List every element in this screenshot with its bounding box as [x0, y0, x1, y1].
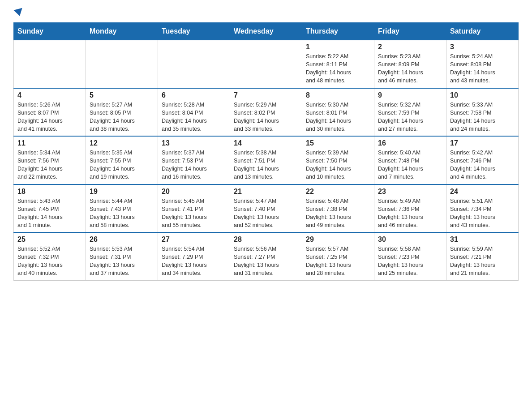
logo-text [13, 9, 23, 16]
day-info: Sunrise: 5:43 AM Sunset: 7:45 PM Dayligh… [17, 197, 82, 230]
calendar-day-cell: 30Sunrise: 5:58 AM Sunset: 7:23 PM Dayli… [374, 232, 446, 280]
day-info: Sunrise: 5:56 AM Sunset: 7:27 PM Dayligh… [234, 245, 298, 278]
day-number: 9 [378, 91, 442, 99]
day-info: Sunrise: 5:57 AM Sunset: 7:25 PM Dayligh… [306, 245, 370, 278]
calendar-day-cell: 17Sunrise: 5:42 AM Sunset: 7:46 PM Dayli… [446, 136, 519, 184]
calendar-day-cell: 3Sunrise: 5:24 AM Sunset: 8:08 PM Daylig… [446, 40, 519, 88]
calendar-day-cell: 4Sunrise: 5:26 AM Sunset: 8:07 PM Daylig… [14, 88, 86, 137]
calendar-day-cell: 14Sunrise: 5:38 AM Sunset: 7:51 PM Dayli… [230, 136, 302, 184]
calendar-day-cell: 24Sunrise: 5:51 AM Sunset: 7:34 PM Dayli… [446, 184, 519, 233]
day-info: Sunrise: 5:22 AM Sunset: 8:11 PM Dayligh… [306, 52, 370, 85]
day-number: 15 [306, 139, 370, 147]
calendar-day-cell: 7Sunrise: 5:29 AM Sunset: 8:02 PM Daylig… [230, 88, 302, 137]
day-info: Sunrise: 5:35 AM Sunset: 7:55 PM Dayligh… [90, 149, 154, 181]
calendar-day-cell: 20Sunrise: 5:45 AM Sunset: 7:41 PM Dayli… [158, 184, 230, 233]
day-info: Sunrise: 5:33 AM Sunset: 7:58 PM Dayligh… [450, 101, 515, 133]
day-info: Sunrise: 5:28 AM Sunset: 8:04 PM Dayligh… [162, 101, 226, 133]
calendar-day-cell: 19Sunrise: 5:44 AM Sunset: 7:43 PM Dayli… [86, 184, 158, 233]
calendar-table: SundayMondayTuesdayWednesdayThursdayFrid… [13, 22, 519, 281]
day-info: Sunrise: 5:49 AM Sunset: 7:36 PM Dayligh… [378, 197, 442, 230]
day-of-week-header: Friday [374, 23, 446, 40]
day-info: Sunrise: 5:58 AM Sunset: 7:23 PM Dayligh… [378, 245, 442, 278]
day-number: 1 [306, 43, 370, 51]
day-number: 27 [162, 235, 226, 244]
day-number: 2 [378, 43, 442, 51]
day-info: Sunrise: 5:32 AM Sunset: 7:59 PM Dayligh… [378, 101, 442, 133]
calendar-day-cell: 12Sunrise: 5:35 AM Sunset: 7:55 PM Dayli… [86, 136, 158, 184]
day-info: Sunrise: 5:48 AM Sunset: 7:38 PM Dayligh… [306, 197, 370, 230]
day-number: 3 [450, 43, 515, 51]
calendar-day-cell: 28Sunrise: 5:56 AM Sunset: 7:27 PM Dayli… [230, 232, 302, 280]
calendar-day-cell: 26Sunrise: 5:53 AM Sunset: 7:31 PM Dayli… [86, 232, 158, 280]
calendar-day-cell [158, 40, 230, 88]
day-number: 10 [450, 91, 515, 99]
calendar-day-cell: 9Sunrise: 5:32 AM Sunset: 7:59 PM Daylig… [374, 88, 446, 137]
day-info: Sunrise: 5:39 AM Sunset: 7:50 PM Dayligh… [306, 149, 370, 181]
calendar-week-row: 18Sunrise: 5:43 AM Sunset: 7:45 PM Dayli… [14, 184, 519, 233]
calendar-day-cell: 22Sunrise: 5:48 AM Sunset: 7:38 PM Dayli… [302, 184, 374, 233]
day-of-week-header: Monday [86, 23, 158, 40]
day-number: 30 [378, 235, 442, 244]
day-number: 16 [378, 139, 442, 147]
day-info: Sunrise: 5:51 AM Sunset: 7:34 PM Dayligh… [450, 197, 515, 230]
day-number: 28 [234, 235, 298, 244]
day-info: Sunrise: 5:52 AM Sunset: 7:32 PM Dayligh… [17, 245, 82, 278]
day-info: Sunrise: 5:59 AM Sunset: 7:21 PM Dayligh… [450, 245, 515, 278]
calendar-day-cell [86, 40, 158, 88]
day-of-week-header: Tuesday [158, 23, 230, 40]
calendar-day-cell: 25Sunrise: 5:52 AM Sunset: 7:32 PM Dayli… [14, 232, 86, 280]
day-number: 6 [162, 91, 226, 99]
calendar-week-row: 1Sunrise: 5:22 AM Sunset: 8:11 PM Daylig… [14, 40, 519, 88]
day-info: Sunrise: 5:23 AM Sunset: 8:09 PM Dayligh… [378, 52, 442, 85]
day-info: Sunrise: 5:34 AM Sunset: 7:56 PM Dayligh… [17, 149, 82, 181]
calendar-day-cell: 21Sunrise: 5:47 AM Sunset: 7:40 PM Dayli… [230, 184, 302, 233]
day-info: Sunrise: 5:40 AM Sunset: 7:48 PM Dayligh… [378, 149, 442, 181]
day-number: 13 [162, 139, 226, 147]
day-info: Sunrise: 5:42 AM Sunset: 7:46 PM Dayligh… [450, 149, 515, 181]
day-info: Sunrise: 5:45 AM Sunset: 7:41 PM Dayligh… [162, 197, 226, 230]
day-info: Sunrise: 5:53 AM Sunset: 7:31 PM Dayligh… [90, 245, 154, 278]
logo [13, 9, 23, 14]
day-of-week-header: Sunday [14, 23, 86, 40]
day-number: 20 [162, 188, 226, 196]
calendar-day-cell: 6Sunrise: 5:28 AM Sunset: 8:04 PM Daylig… [158, 88, 230, 137]
day-info: Sunrise: 5:37 AM Sunset: 7:53 PM Dayligh… [162, 149, 226, 181]
day-number: 24 [450, 188, 515, 196]
day-of-week-header: Saturday [446, 23, 519, 40]
day-number: 22 [306, 188, 370, 196]
calendar-header-row: SundayMondayTuesdayWednesdayThursdayFrid… [14, 23, 519, 40]
day-info: Sunrise: 5:47 AM Sunset: 7:40 PM Dayligh… [234, 197, 298, 230]
calendar-day-cell [230, 40, 302, 88]
day-info: Sunrise: 5:24 AM Sunset: 8:08 PM Dayligh… [450, 52, 515, 85]
page-header [13, 9, 519, 14]
calendar-day-cell: 13Sunrise: 5:37 AM Sunset: 7:53 PM Dayli… [158, 136, 230, 184]
day-number: 12 [90, 139, 154, 147]
day-number: 31 [450, 235, 515, 244]
calendar-day-cell: 18Sunrise: 5:43 AM Sunset: 7:45 PM Dayli… [14, 184, 86, 233]
day-number: 21 [234, 188, 298, 196]
calendar-week-row: 11Sunrise: 5:34 AM Sunset: 7:56 PM Dayli… [14, 136, 519, 184]
day-info: Sunrise: 5:44 AM Sunset: 7:43 PM Dayligh… [90, 197, 154, 230]
day-number: 23 [378, 188, 442, 196]
calendar-day-cell: 15Sunrise: 5:39 AM Sunset: 7:50 PM Dayli… [302, 136, 374, 184]
calendar-day-cell [14, 40, 86, 88]
calendar-day-cell: 29Sunrise: 5:57 AM Sunset: 7:25 PM Dayli… [302, 232, 374, 280]
day-number: 8 [306, 91, 370, 99]
day-info: Sunrise: 5:29 AM Sunset: 8:02 PM Dayligh… [234, 101, 298, 133]
day-number: 26 [90, 235, 154, 244]
day-number: 17 [450, 139, 515, 147]
calendar-day-cell: 16Sunrise: 5:40 AM Sunset: 7:48 PM Dayli… [374, 136, 446, 184]
calendar-day-cell: 27Sunrise: 5:54 AM Sunset: 7:29 PM Dayli… [158, 232, 230, 280]
calendar-day-cell: 11Sunrise: 5:34 AM Sunset: 7:56 PM Dayli… [14, 136, 86, 184]
day-number: 14 [234, 139, 298, 147]
day-of-week-header: Thursday [302, 23, 374, 40]
day-info: Sunrise: 5:54 AM Sunset: 7:29 PM Dayligh… [162, 245, 226, 278]
day-info: Sunrise: 5:38 AM Sunset: 7:51 PM Dayligh… [234, 149, 298, 181]
day-info: Sunrise: 5:27 AM Sunset: 8:05 PM Dayligh… [90, 101, 154, 133]
calendar-day-cell: 31Sunrise: 5:59 AM Sunset: 7:21 PM Dayli… [446, 232, 519, 280]
logo-triangle-icon [13, 8, 24, 17]
day-number: 18 [17, 188, 82, 196]
calendar-day-cell: 23Sunrise: 5:49 AM Sunset: 7:36 PM Dayli… [374, 184, 446, 233]
day-info: Sunrise: 5:30 AM Sunset: 8:01 PM Dayligh… [306, 101, 370, 133]
day-number: 4 [17, 91, 82, 99]
